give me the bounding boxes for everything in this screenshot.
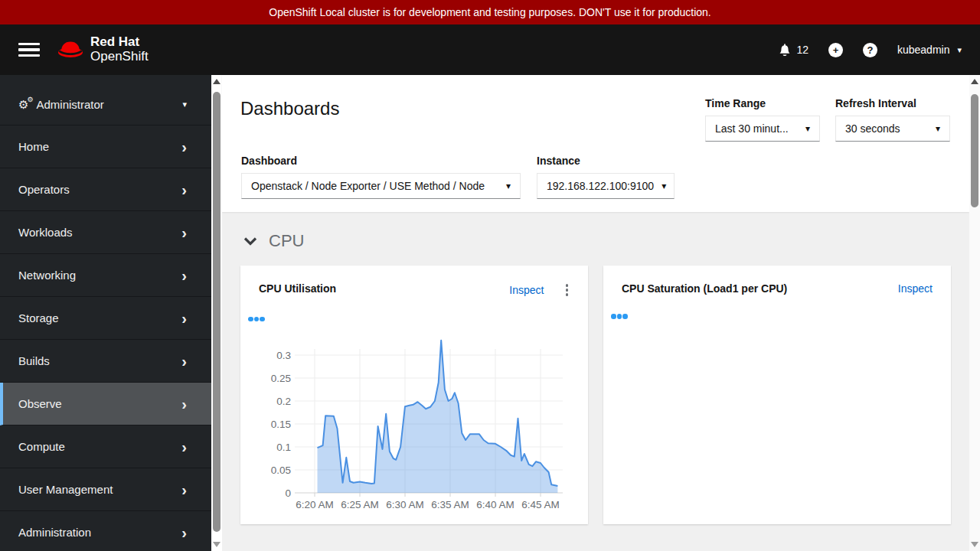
caret-down-icon: ▾ (506, 181, 511, 191)
user-menu[interactable]: kubeadmin ▾ (897, 44, 962, 56)
svg-text:0.3: 0.3 (276, 350, 291, 361)
chevron-right-icon: › (181, 225, 187, 240)
instance-label: Instance (537, 155, 675, 167)
brand-line2: OpenShift (90, 50, 149, 64)
svg-text:6:20 AM: 6:20 AM (296, 499, 334, 510)
kebab-menu-icon[interactable] (564, 282, 570, 298)
perspective-switcher[interactable]: ⚙⚙ Administrator ▾ (0, 83, 211, 126)
svg-text:6:40 AM: 6:40 AM (476, 499, 514, 510)
chevron-right-icon: › (181, 439, 187, 455)
caret-down-icon: ▾ (805, 123, 810, 134)
page-header: Dashboards Time Range Last 30 minut... ▾… (222, 75, 969, 212)
dashboard-body: CPU CPU Utilisation Inspect 6:20 AM6:25 … (222, 212, 969, 551)
dashboard-label: Dashboard (241, 155, 521, 167)
chevron-right-icon: › (181, 525, 187, 540)
cpu-utilisation-card: CPU Utilisation Inspect 6:20 AM6:25 AM6:… (240, 266, 588, 524)
page-title: Dashboards (240, 98, 339, 119)
sidebar-item-builds[interactable]: Builds › (0, 340, 211, 383)
cluster-warning-banner: OpenShift Local cluster is for developme… (0, 0, 980, 24)
loading-dots (248, 317, 588, 322)
plus-circle-icon: + (828, 43, 843, 57)
cpu-section-title: CPU (269, 231, 304, 251)
chevron-right-icon: › (181, 311, 187, 326)
svg-text:6:45 AM: 6:45 AM (521, 499, 560, 510)
refresh-interval-label: Refresh Interval (835, 97, 950, 109)
perspective-label: Administrator (36, 98, 103, 111)
sidebar-item-storage[interactable]: Storage › (0, 297, 211, 340)
instance-group: Instance 192.168.122.100:9100 ▾ (537, 155, 675, 199)
scroll-up-arrow-icon[interactable] (213, 79, 220, 84)
chevron-right-icon: › (181, 182, 187, 197)
hamburger-menu-icon[interactable] (18, 43, 40, 57)
sidebar-item-observe[interactable]: Observe › (0, 383, 211, 425)
sidebar-nav: ⚙⚙ Administrator ▾ Home › Operators › Wo… (0, 75, 211, 551)
main-content: Dashboards Time Range Last 30 minut... ▾… (222, 75, 969, 551)
svg-text:0.05: 0.05 (271, 465, 291, 476)
add-button[interactable]: + (828, 43, 843, 57)
scroll-up-arrow-icon[interactable] (971, 79, 978, 84)
scroll-down-arrow-icon[interactable] (971, 542, 978, 547)
loading-dots (611, 314, 951, 319)
dashboard-group: Dashboard Openstack / Node Exporter / US… (241, 155, 521, 199)
chevron-down-icon[interactable] (243, 236, 257, 246)
cluster-warning-text: OpenShift Local cluster is for developme… (269, 6, 711, 18)
svg-text:6:35 AM: 6:35 AM (431, 499, 469, 510)
instance-select[interactable]: 192.168.122.100:9100 ▾ (537, 173, 675, 199)
sidebar-scrollbar-thumb[interactable] (213, 92, 220, 532)
sidebar-item-operators[interactable]: Operators › (0, 168, 211, 211)
card-title: CPU Saturation (Load1 per CPU) (622, 282, 787, 295)
scroll-down-arrow-icon[interactable] (213, 542, 220, 547)
sidebar-item-administration[interactable]: Administration › (0, 511, 211, 551)
chevron-right-icon: › (181, 139, 187, 155)
refresh-interval-group: Refresh Interval 30 seconds ▾ (835, 97, 950, 142)
sidebar-item-compute[interactable]: Compute › (0, 425, 211, 468)
cpu-section-header: CPU (243, 231, 951, 251)
refresh-interval-select[interactable]: 30 seconds ▾ (835, 116, 950, 142)
inspect-link[interactable]: Inspect (898, 282, 933, 295)
time-range-group: Time Range Last 30 minut... ▾ (705, 97, 820, 142)
question-circle-icon: ? (863, 43, 877, 57)
dashboard-select[interactable]: Openstack / Node Exporter / USE Method /… (241, 173, 521, 199)
sidebar-item-user-management[interactable]: User Management › (0, 468, 211, 511)
inspect-link[interactable]: Inspect (509, 284, 544, 296)
svg-text:6:30 AM: 6:30 AM (386, 499, 424, 510)
cpu-utilisation-chart: 6:20 AM6:25 AM6:30 AM6:35 AM6:40 AM6:45 … (248, 338, 570, 516)
caret-down-icon: ▾ (957, 45, 962, 55)
chevron-right-icon: › (181, 396, 187, 412)
time-range-label: Time Range (705, 97, 820, 109)
sidebar-item-home[interactable]: Home › (0, 126, 211, 168)
masthead: Red Hat OpenShift 12 + ? kubeadmin ▾ (0, 24, 980, 75)
brand-line1: Red Hat (90, 35, 149, 50)
sidebar-item-workloads[interactable]: Workloads › (0, 211, 211, 254)
caret-down-icon: ▾ (662, 181, 666, 191)
chevron-right-icon: › (181, 482, 187, 497)
notifications-button[interactable]: 12 (778, 43, 808, 57)
cogs-icon: ⚙⚙ (18, 99, 28, 110)
cpu-saturation-card: CPU Saturation (Load1 per CPU) Inspect (603, 266, 951, 524)
svg-text:6:25 AM: 6:25 AM (341, 499, 379, 510)
svg-text:0: 0 (285, 487, 291, 499)
svg-text:0.2: 0.2 (276, 396, 291, 407)
chevron-right-icon: › (181, 268, 187, 283)
redhat-openshift-logo: Red Hat OpenShift (57, 35, 149, 64)
caret-down-icon: ▾ (182, 99, 187, 109)
svg-text:0.1: 0.1 (276, 442, 291, 453)
redhat-fedora-icon (57, 39, 84, 60)
username: kubeadmin (897, 44, 950, 56)
main-scrollbar-thumb[interactable] (971, 94, 978, 207)
card-title: CPU Utilisation (259, 282, 336, 295)
sidebar-scrollbar[interactable] (211, 75, 222, 551)
svg-text:0.15: 0.15 (271, 419, 291, 430)
bell-icon (778, 43, 792, 57)
notifications-count: 12 (796, 44, 808, 56)
chevron-right-icon: › (181, 354, 187, 369)
time-range-select[interactable]: Last 30 minut... ▾ (705, 116, 820, 142)
help-button[interactable]: ? (863, 43, 877, 57)
sidebar-item-networking[interactable]: Networking › (0, 254, 211, 297)
main-scrollbar[interactable] (969, 75, 980, 551)
caret-down-icon: ▾ (936, 123, 940, 134)
svg-text:0.25: 0.25 (271, 373, 291, 384)
